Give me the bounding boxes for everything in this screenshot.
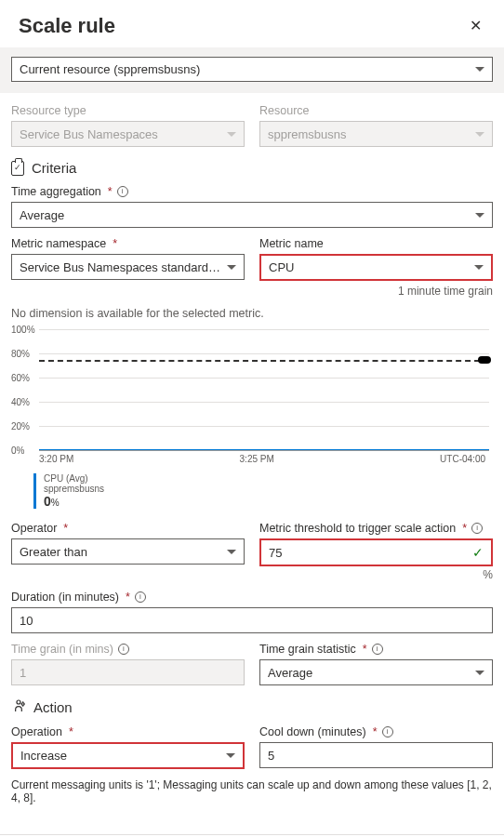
metric-name-label: Metric name: [259, 237, 493, 250]
resource-type-value: Service Bus Namespaces: [20, 127, 221, 141]
metric-name-value: CPU: [269, 260, 469, 274]
current-resource-label: Current resource (sppremsbusns): [20, 62, 200, 76]
y-tick: 80%: [11, 349, 30, 359]
chart-grid: 100% 80% 60% 40% 20% 0%: [33, 329, 489, 450]
operation-select[interactable]: Increase: [11, 742, 245, 769]
threshold-line: [39, 360, 489, 362]
threshold-handle[interactable]: [478, 356, 491, 364]
metric-line: [39, 449, 489, 450]
metric-namespace-value: Service Bus Namespaces standard me...: [20, 260, 221, 274]
chevron-down-icon: [227, 132, 236, 137]
action-icon: [11, 698, 26, 716]
chevron-down-icon: [475, 213, 484, 218]
resource-select: sppremsbusns: [259, 121, 493, 147]
legend-current-value: 0%: [44, 494, 104, 509]
resource-scope-bar: Current resource (sppremsbusns): [0, 47, 504, 93]
operation-value: Increase: [20, 749, 220, 763]
time-grain-stat-label: Time grain statistic* i: [259, 643, 493, 656]
chevron-down-icon: [475, 671, 484, 675]
svg-point-0: [17, 700, 20, 704]
x-ticks: 3:20 PM 3:25 PM UTC-04:00: [33, 454, 489, 464]
action-title: Action: [33, 699, 73, 715]
checkmark-icon: ✓: [472, 545, 484, 560]
resource-value: sppremsbusns: [268, 127, 470, 141]
y-tick: 20%: [11, 421, 30, 432]
scale-rule-panel: Scale rule ✕ Current resource (sppremsbu…: [0, 0, 504, 837]
action-section-header: Action: [11, 698, 493, 716]
time-grain-input: 1: [11, 659, 245, 685]
time-aggregation-select[interactable]: Average: [11, 202, 493, 228]
criteria-title: Criteria: [32, 160, 76, 176]
chevron-down-icon: [226, 753, 235, 758]
operator-value: Greater than: [20, 545, 221, 559]
clipboard-check-icon: [11, 161, 24, 176]
time-grain-stat-select[interactable]: Average: [259, 659, 493, 685]
chevron-down-icon: [475, 132, 484, 137]
criteria-section-header: Criteria: [11, 160, 493, 176]
x-tick: UTC-04:00: [440, 454, 485, 464]
operator-select[interactable]: Greater than: [11, 538, 245, 565]
duration-label: Duration (in minutes)* i: [11, 591, 493, 604]
time-aggregation-value: Average: [20, 208, 470, 222]
panel-content: Resource type Service Bus Namespaces Res…: [0, 93, 504, 819]
operator-label: Operator*: [11, 522, 245, 535]
threshold-input[interactable]: 75 ✓: [259, 538, 493, 566]
resource-type-select: Service Bus Namespaces: [11, 121, 245, 147]
duration-input[interactable]: 10: [11, 607, 493, 633]
chevron-down-icon: [227, 265, 236, 270]
info-icon[interactable]: i: [118, 644, 129, 655]
info-icon[interactable]: i: [471, 523, 483, 534]
info-icon[interactable]: i: [117, 186, 128, 197]
current-resource-select[interactable]: Current resource (sppremsbusns): [11, 57, 493, 82]
cooldown-value: 5: [268, 749, 274, 763]
info-icon[interactable]: i: [372, 644, 383, 655]
no-dimension-text: No dimension is available for the select…: [11, 307, 493, 320]
time-grain-stat-value: Average: [268, 666, 470, 680]
chart-legend: CPU (Avg) sppremsbusns 0%: [33, 473, 489, 509]
resource-type-label: Resource type: [11, 104, 245, 117]
legend-series-name: CPU (Avg): [44, 473, 104, 484]
duration-value: 10: [20, 614, 33, 628]
svg-point-1: [21, 703, 24, 706]
panel-title: Scale rule: [19, 14, 115, 38]
chevron-down-icon: [227, 550, 236, 554]
legend-color-bar: [33, 473, 36, 509]
metric-chart: 100% 80% 60% 40% 20% 0% 3:20 PM 3:25 PM …: [11, 326, 493, 509]
y-tick: 100%: [11, 325, 35, 335]
info-icon[interactable]: i: [135, 591, 146, 603]
metric-namespace-select[interactable]: Service Bus Namespaces standard me...: [11, 254, 245, 280]
threshold-unit: %: [259, 568, 493, 581]
panel-header: Scale rule ✕: [0, 0, 504, 47]
legend-resource: sppremsbusns: [44, 484, 104, 494]
cooldown-label: Cool down (minutes)* i: [259, 725, 493, 738]
threshold-value: 75: [269, 546, 465, 560]
metric-name-select[interactable]: CPU: [259, 254, 493, 281]
y-tick: 40%: [11, 397, 30, 407]
x-tick: 3:20 PM: [39, 454, 73, 464]
metric-time-grain-hint: 1 minute time grain: [259, 285, 493, 298]
scaling-note: Current messaging units is '1'; Messagin…: [11, 778, 493, 804]
resource-label: Resource: [259, 104, 493, 117]
cooldown-input[interactable]: 5: [259, 742, 493, 768]
close-icon[interactable]: ✕: [466, 13, 485, 38]
time-grain-value: 1: [20, 666, 26, 680]
chevron-down-icon: [474, 265, 484, 270]
info-icon[interactable]: i: [382, 726, 393, 737]
metric-namespace-label: Metric namespace*: [11, 237, 245, 250]
chevron-down-icon: [475, 67, 484, 72]
y-tick: 0%: [11, 445, 24, 456]
y-tick: 60%: [11, 373, 30, 383]
threshold-label: Metric threshold to trigger scale action…: [259, 522, 493, 535]
time-aggregation-label: Time aggregation* i: [11, 185, 493, 198]
x-tick: 3:25 PM: [240, 454, 274, 464]
time-grain-label: Time grain (in mins) i: [11, 643, 245, 656]
operation-label: Operation*: [11, 725, 245, 738]
